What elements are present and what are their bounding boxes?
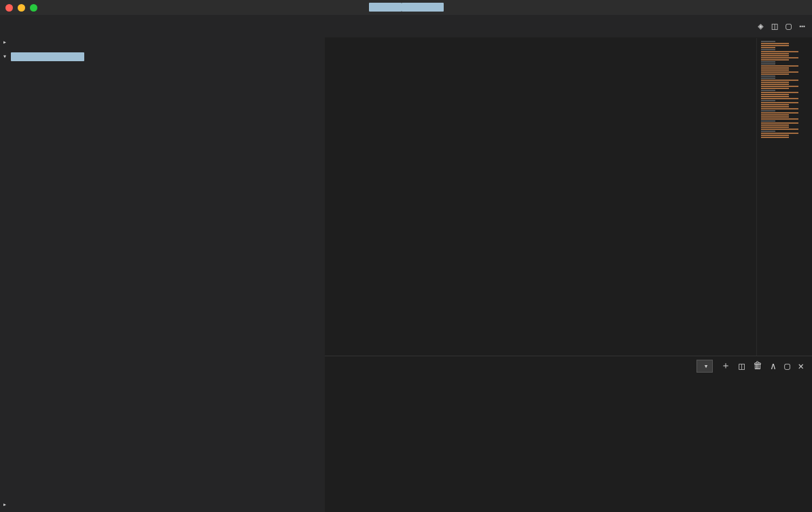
new-terminal-icon[interactable]: ＋ — [721, 360, 730, 372]
window-title-bar — [0, 0, 812, 15]
split-terminal-icon[interactable]: ◫ — [739, 360, 744, 372]
minimize-window-button[interactable] — [18, 4, 25, 12]
chevron-right-icon: ▸ — [3, 38, 11, 46]
chevron-down-icon: ▾ — [3, 52, 11, 61]
project-root[interactable]: ▾ — [0, 49, 325, 64]
close-panel-icon[interactable]: ✕ — [798, 360, 804, 372]
terminal-up-icon[interactable]: ∧ — [771, 360, 776, 372]
tab-bar-actions: ◈ ◫ ▢ ⋯ — [751, 15, 812, 37]
chevron-right-icon: ▸ — [3, 500, 11, 509]
explorer-sidebar: ▸ ▾ ▸ — [0, 15, 325, 512]
terminal-selector[interactable]: ▾ — [696, 360, 713, 373]
minimap[interactable] — [756, 38, 812, 356]
maximize-window-button[interactable] — [30, 4, 37, 12]
file-tree — [0, 64, 325, 497]
open-editors-section[interactable]: ▸ — [0, 35, 325, 49]
split-editor-icon[interactable]: ◫ — [772, 20, 777, 32]
code-content[interactable] — [355, 38, 756, 356]
maximize-panel-icon[interactable]: ▢ — [784, 360, 790, 372]
explorer-title — [0, 15, 325, 35]
panel-tab-bar: ▾ ＋ ◫ 🗑 ∧ ▢ ✕ — [325, 356, 812, 375]
terminal-content[interactable] — [325, 375, 812, 512]
traffic-lights — [5, 4, 37, 12]
chevron-down-icon: ▾ — [704, 362, 709, 371]
kill-terminal-icon[interactable]: 🗑 — [753, 360, 762, 371]
line-gutter — [325, 38, 355, 356]
editor-body — [325, 38, 812, 356]
outline-section[interactable]: ▸ — [0, 497, 325, 512]
more-icon[interactable]: ⋯ — [800, 20, 805, 32]
layout-icon[interactable]: ▢ — [785, 20, 791, 32]
close-window-button[interactable] — [5, 4, 13, 12]
editor-area: ◈ ◫ ▢ ⋯ — [325, 15, 812, 512]
editor-tab-bar: ◈ ◫ ▢ ⋯ — [325, 15, 812, 38]
compare-icon[interactable]: ◈ — [758, 20, 763, 32]
window-title — [0, 3, 812, 12]
bottom-panel: ▾ ＋ ◫ 🗑 ∧ ▢ ✕ — [325, 356, 812, 512]
